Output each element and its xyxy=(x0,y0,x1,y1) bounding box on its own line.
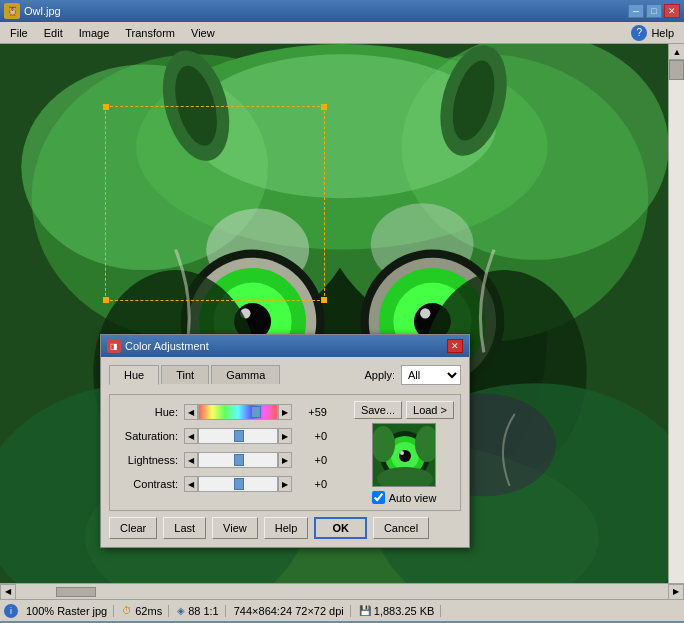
app-icon: 🦉 xyxy=(4,3,20,19)
bottom-buttons: Clear Last View Help OK Cancel xyxy=(109,511,461,539)
view-button[interactable]: View xyxy=(212,517,258,539)
apply-row: Apply: All Selection Red Green Blue xyxy=(364,365,461,385)
ratio-status: ◈ 88 1:1 xyxy=(177,605,226,617)
hue-arrow-left[interactable]: ◀ xyxy=(184,404,198,420)
saturation-value: +0 xyxy=(292,430,327,442)
ratio-value: 88 1:1 xyxy=(188,605,219,617)
title-bar: 🦉 Owl.jpg ─ □ ✕ xyxy=(0,0,684,22)
dialog-help-button[interactable]: Help xyxy=(264,517,309,539)
saturation-slider-row: Saturation: ◀ ▶ +0 xyxy=(116,425,346,447)
contrast-label: Contrast: xyxy=(116,478,184,490)
main-canvas-area: ◨ Color Adjustment ✕ Hue Tint Gamma Appl… xyxy=(0,44,684,599)
scrollbar-thumb[interactable] xyxy=(669,60,684,80)
scrollbar-left-button[interactable]: ◀ xyxy=(0,584,16,600)
help-label: Help xyxy=(651,27,674,39)
sliders-panel: Hue: ◀ ▶ +59 Saturation: ◀ xyxy=(116,401,346,504)
contrast-arrow-left[interactable]: ◀ xyxy=(184,476,198,492)
auto-view-label: Auto view xyxy=(389,492,437,504)
help-menu[interactable]: ? Help xyxy=(623,23,682,43)
hue-value: +59 xyxy=(292,406,327,418)
horizontal-scrollbar[interactable]: ◀ ▶ xyxy=(0,583,684,599)
svg-point-22 xyxy=(420,308,430,318)
preview-panel: Save... Load > xyxy=(354,401,454,504)
menu-bar: File Edit Image Transform View ? Help xyxy=(0,22,684,44)
hue-label: Hue: xyxy=(116,406,184,418)
clock-icon: ⏱ xyxy=(122,605,132,616)
contrast-slider-row: Contrast: ◀ ▶ +0 xyxy=(116,473,346,495)
svg-point-41 xyxy=(400,451,404,455)
time-value: 62ms xyxy=(135,605,162,617)
menu-transform[interactable]: Transform xyxy=(117,25,183,41)
raster-label: Raster xyxy=(57,605,89,617)
saturation-track[interactable] xyxy=(198,428,278,444)
scrollbar-right-button[interactable]: ▶ xyxy=(668,584,684,600)
filesize-icon: 💾 xyxy=(359,605,371,616)
dimensions-status: 744×864:24 72×72 dpi xyxy=(234,605,351,617)
clear-button[interactable]: Clear xyxy=(109,517,157,539)
tab-group: Hue Tint Gamma xyxy=(109,365,280,384)
ok-button[interactable]: OK xyxy=(314,517,367,539)
ratio-icon: ◈ xyxy=(177,605,185,616)
format-label: jpg xyxy=(93,605,108,617)
auto-view-row: Auto view xyxy=(372,491,437,504)
auto-view-checkbox[interactable] xyxy=(372,491,385,504)
time-status: ⏱ 62ms xyxy=(122,605,169,617)
apply-label: Apply: xyxy=(364,369,395,381)
preview-thumbnail xyxy=(372,423,436,487)
last-button[interactable]: Last xyxy=(163,517,206,539)
apply-select[interactable]: All Selection Red Green Blue xyxy=(401,365,461,385)
filesize-value: 1,883.25 KB xyxy=(374,605,435,617)
horizontal-scroll-track[interactable] xyxy=(16,587,668,597)
maximize-button[interactable]: □ xyxy=(646,4,662,18)
window-title: Owl.jpg xyxy=(24,5,61,17)
hue-slider-row: Hue: ◀ ▶ +59 xyxy=(116,401,346,423)
cancel-button[interactable]: Cancel xyxy=(373,517,429,539)
load-button[interactable]: Load > xyxy=(406,401,454,419)
contrast-value: +0 xyxy=(292,478,327,490)
help-icon: ? xyxy=(631,25,647,41)
dimensions-value: 744×864:24 xyxy=(234,605,292,617)
status-bar: i 100% Raster jpg ⏱ 62ms ◈ 88 1:1 744×86… xyxy=(0,599,684,621)
tab-gamma[interactable]: Gamma xyxy=(211,365,280,384)
lightness-track[interactable] xyxy=(198,452,278,468)
lightness-value: +0 xyxy=(292,454,327,466)
saturation-arrow-right[interactable]: ▶ xyxy=(278,428,292,444)
dialog-title-text: Color Adjustment xyxy=(125,340,209,352)
menu-edit[interactable]: Edit xyxy=(36,25,71,41)
menu-file[interactable]: File xyxy=(2,25,36,41)
horizontal-scroll-thumb[interactable] xyxy=(56,587,96,597)
contrast-arrow-right[interactable]: ▶ xyxy=(278,476,292,492)
tab-tint[interactable]: Tint xyxy=(161,365,209,384)
zoom-status: 100% Raster jpg xyxy=(26,605,114,617)
lightness-slider-row: Lightness: ◀ ▶ +0 xyxy=(116,449,346,471)
lightness-arrow-left[interactable]: ◀ xyxy=(184,452,198,468)
dialog-close-button[interactable]: ✕ xyxy=(447,339,463,353)
saturation-label: Saturation: xyxy=(116,430,184,442)
lightness-arrow-right[interactable]: ▶ xyxy=(278,452,292,468)
dialog-title-bar: ◨ Color Adjustment ✕ xyxy=(101,335,469,357)
vertical-scrollbar[interactable]: ▲ ▼ xyxy=(668,44,684,599)
lightness-label: Lightness: xyxy=(116,454,184,466)
scrollbar-up-button[interactable]: ▲ xyxy=(669,44,684,60)
hue-track[interactable] xyxy=(198,404,278,420)
color-adjustment-dialog: ◨ Color Adjustment ✕ Hue Tint Gamma Appl… xyxy=(100,334,470,548)
filesize-status: 💾 1,883.25 KB xyxy=(359,605,442,617)
zoom-value: 100% xyxy=(26,605,54,617)
menu-image[interactable]: Image xyxy=(71,25,118,41)
saturation-arrow-left[interactable]: ◀ xyxy=(184,428,198,444)
contrast-track[interactable] xyxy=(198,476,278,492)
tab-hue[interactable]: Hue xyxy=(109,365,159,385)
save-button[interactable]: Save... xyxy=(354,401,402,419)
close-button[interactable]: ✕ xyxy=(664,4,680,18)
dpi-value: 72×72 dpi xyxy=(295,605,344,617)
menu-view[interactable]: View xyxy=(183,25,223,41)
dialog-body: Hue Tint Gamma Apply: All Selection Red … xyxy=(101,357,469,547)
minimize-button[interactable]: ─ xyxy=(628,4,644,18)
hue-arrow-right[interactable]: ▶ xyxy=(278,404,292,420)
dialog-app-icon: ◨ xyxy=(107,339,121,353)
info-icon: i xyxy=(4,604,18,618)
